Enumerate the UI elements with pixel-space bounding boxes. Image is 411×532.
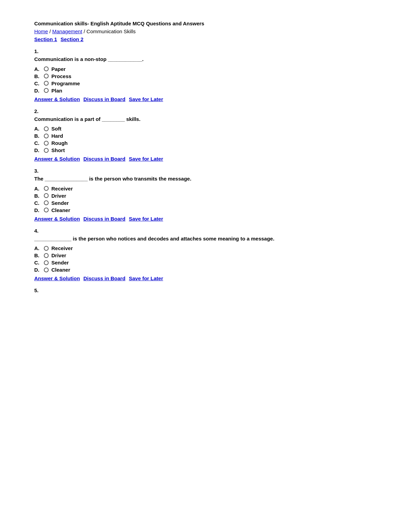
question-3: 3. The _______________ is the person who… bbox=[34, 168, 377, 222]
radio-3c[interactable] bbox=[44, 200, 49, 205]
question-1: 1. Communication is a non-stop _________… bbox=[34, 48, 377, 102]
option-2d[interactable]: D. Short bbox=[34, 147, 377, 153]
option-3a-text: Receiver bbox=[51, 186, 73, 191]
question-4-options: A. Receiver B. Driver C. Sender D. Clean… bbox=[34, 245, 377, 273]
option-2c-text: Rough bbox=[51, 140, 67, 146]
option-3c-text: Sender bbox=[51, 200, 69, 206]
option-4a[interactable]: A. Receiver bbox=[34, 245, 377, 251]
question-3-text: The _______________ is the person who tr… bbox=[34, 175, 377, 183]
option-3b-label: B. bbox=[34, 193, 44, 199]
question-5-number: 5. bbox=[34, 287, 377, 293]
question-4-number: 4. bbox=[34, 228, 377, 234]
save-later-4[interactable]: Save for Later bbox=[129, 275, 163, 281]
option-2c[interactable]: C. Rough bbox=[34, 140, 377, 146]
option-1c[interactable]: C. Programme bbox=[34, 81, 377, 86]
question-1-options: A. Paper B. Process C. Programme D. Plan bbox=[34, 66, 377, 94]
radio-2d[interactable] bbox=[44, 148, 49, 153]
option-4a-text: Receiver bbox=[51, 245, 73, 251]
radio-4a[interactable] bbox=[44, 246, 49, 251]
option-1a-label: A. bbox=[34, 66, 44, 72]
breadcrumb-current: Communication Skills bbox=[87, 28, 136, 34]
option-4c-text: Sender bbox=[51, 260, 69, 265]
option-3c[interactable]: C. Sender bbox=[34, 200, 377, 206]
option-3a-label: A. bbox=[34, 186, 44, 191]
question-5: 5. bbox=[34, 287, 377, 293]
option-1a[interactable]: A. Paper bbox=[34, 66, 377, 72]
option-3a[interactable]: A. Receiver bbox=[34, 186, 377, 191]
option-1b-label: B. bbox=[34, 73, 44, 79]
question-1-number: 1. bbox=[34, 48, 377, 54]
question-3-options: A. Receiver B. Driver C. Sender D. Clean… bbox=[34, 186, 377, 213]
option-4b-label: B. bbox=[34, 252, 44, 258]
option-3c-label: C. bbox=[34, 200, 44, 206]
question-2-actions: Answer & Solution Discuss in Board Save … bbox=[34, 156, 377, 162]
discuss-board-3[interactable]: Discuss in Board bbox=[84, 216, 126, 222]
option-1b[interactable]: B. Process bbox=[34, 73, 377, 79]
answer-solution-3[interactable]: Answer & Solution bbox=[34, 216, 80, 222]
option-4d[interactable]: D. Cleaner bbox=[34, 267, 377, 273]
option-3d[interactable]: D. Cleaner bbox=[34, 207, 377, 213]
question-1-actions: Answer & Solution Discuss in Board Save … bbox=[34, 96, 377, 102]
discuss-board-1[interactable]: Discuss in Board bbox=[84, 96, 126, 102]
breadcrumb-management[interactable]: Management bbox=[52, 28, 83, 34]
option-1a-text: Paper bbox=[51, 66, 66, 72]
radio-4c[interactable] bbox=[44, 260, 49, 265]
discuss-board-4[interactable]: Discuss in Board bbox=[84, 275, 126, 281]
radio-3b[interactable] bbox=[44, 193, 49, 198]
radio-3a[interactable] bbox=[44, 186, 49, 191]
question-3-number: 3. bbox=[34, 168, 377, 174]
question-4: 4. _____________ is the person who notic… bbox=[34, 228, 377, 282]
option-4d-label: D. bbox=[34, 267, 44, 273]
option-2d-text: Short bbox=[51, 147, 65, 153]
radio-3d[interactable] bbox=[44, 208, 49, 212]
section-1-link[interactable]: Section 1 bbox=[34, 36, 57, 42]
radio-2c[interactable] bbox=[44, 141, 49, 146]
radio-4d[interactable] bbox=[44, 268, 49, 272]
question-4-text: _____________ is the person who notices … bbox=[34, 235, 377, 243]
radio-1a[interactable] bbox=[44, 66, 49, 71]
option-1d-text: Plan bbox=[51, 88, 62, 94]
option-2a-label: A. bbox=[34, 126, 44, 132]
option-4c-label: C. bbox=[34, 260, 44, 265]
question-2-text: Communication is a part of ________ skil… bbox=[34, 115, 377, 123]
option-2d-label: D. bbox=[34, 147, 44, 153]
radio-1c[interactable] bbox=[44, 81, 49, 86]
question-1-text: Communication is a non-stop ____________… bbox=[34, 55, 377, 63]
option-4b[interactable]: B. Driver bbox=[34, 252, 377, 258]
option-2a[interactable]: A. Soft bbox=[34, 126, 377, 132]
section-2-link[interactable]: Section 2 bbox=[61, 36, 84, 42]
option-2b-text: Hard bbox=[51, 133, 63, 139]
option-3b[interactable]: B. Driver bbox=[34, 193, 377, 199]
question-2-options: A. Soft B. Hard C. Rough D. Short bbox=[34, 126, 377, 153]
save-later-2[interactable]: Save for Later bbox=[129, 156, 163, 162]
discuss-board-2[interactable]: Discuss in Board bbox=[84, 156, 126, 162]
question-2-number: 2. bbox=[34, 108, 377, 114]
option-3d-label: D. bbox=[34, 207, 44, 213]
option-3d-text: Cleaner bbox=[51, 207, 70, 213]
option-1d[interactable]: D. Plan bbox=[34, 88, 377, 94]
radio-1d[interactable] bbox=[44, 88, 49, 93]
option-2b[interactable]: B. Hard bbox=[34, 133, 377, 139]
answer-solution-2[interactable]: Answer & Solution bbox=[34, 156, 80, 162]
save-later-1[interactable]: Save for Later bbox=[129, 96, 163, 102]
radio-4b[interactable] bbox=[44, 253, 49, 258]
option-1b-text: Process bbox=[51, 73, 71, 79]
option-4b-text: Driver bbox=[51, 252, 66, 258]
save-later-3[interactable]: Save for Later bbox=[129, 216, 163, 222]
question-3-actions: Answer & Solution Discuss in Board Save … bbox=[34, 216, 377, 222]
radio-2b[interactable] bbox=[44, 134, 49, 138]
option-4c[interactable]: C. Sender bbox=[34, 260, 377, 265]
breadcrumb-home[interactable]: Home bbox=[34, 28, 48, 34]
option-2c-label: C. bbox=[34, 140, 44, 146]
option-4d-text: Cleaner bbox=[51, 267, 70, 273]
page-title: Communication skills- English Aptitude M… bbox=[34, 21, 377, 26]
answer-solution-4[interactable]: Answer & Solution bbox=[34, 275, 80, 281]
section-links: Section 1 Section 2 bbox=[34, 36, 377, 42]
radio-2a[interactable] bbox=[44, 126, 49, 131]
option-1c-label: C. bbox=[34, 81, 44, 86]
answer-solution-1[interactable]: Answer & Solution bbox=[34, 96, 80, 102]
question-4-actions: Answer & Solution Discuss in Board Save … bbox=[34, 275, 377, 281]
option-2b-label: B. bbox=[34, 133, 44, 139]
radio-1b[interactable] bbox=[44, 74, 49, 78]
option-1c-text: Programme bbox=[51, 81, 80, 86]
